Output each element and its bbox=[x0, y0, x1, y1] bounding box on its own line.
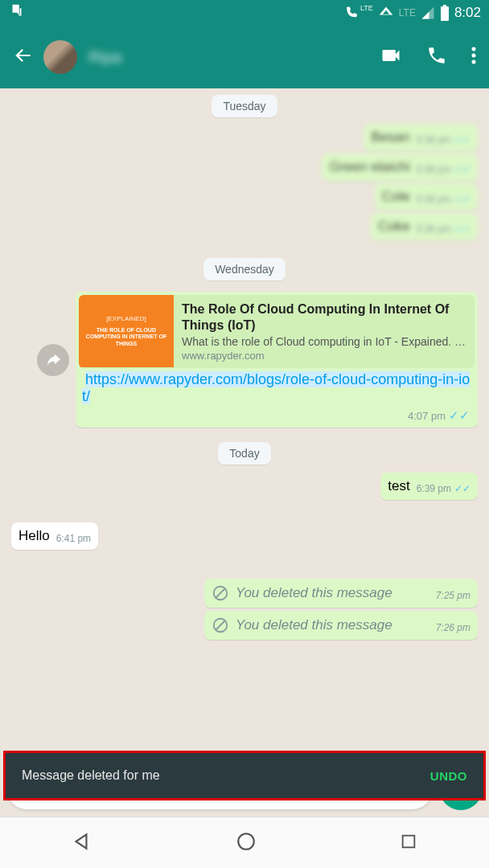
svg-rect-0 bbox=[441, 6, 449, 21]
message-time: 6:41 pm bbox=[56, 533, 91, 544]
notification-icon bbox=[8, 2, 26, 23]
read-ticks-icon: ✓✓ bbox=[454, 134, 471, 145]
deleted-message-text: You deleted this message bbox=[236, 617, 392, 633]
message-time: 4:07 pm bbox=[408, 410, 446, 422]
link-description: What is the role of Cloud computing in I… bbox=[182, 335, 466, 348]
nav-back-button[interactable] bbox=[72, 831, 92, 855]
read-ticks-icon: ✓✓ bbox=[454, 223, 471, 235]
lte-label-2: LTE bbox=[399, 7, 416, 18]
link-title: The Role Of Cloud Computing In Internet … bbox=[182, 301, 466, 334]
message-time: 5:36 pm bbox=[417, 134, 451, 145]
snackbar: Message deleted for me UNDO bbox=[3, 751, 486, 800]
message-text: test bbox=[388, 478, 409, 493]
svg-point-4 bbox=[472, 60, 476, 64]
battery-icon bbox=[440, 5, 450, 21]
app-bar: Ripa bbox=[0, 26, 489, 88]
clock: 8:02 bbox=[454, 5, 481, 21]
contact-name[interactable]: Ripa bbox=[88, 48, 380, 67]
status-bar: LTE LTE 8:02 bbox=[0, 0, 489, 26]
date-chip: Tuesday bbox=[212, 95, 277, 117]
message-time: 5:36 pm bbox=[417, 223, 451, 235]
svg-point-12 bbox=[238, 833, 254, 850]
prohibited-icon bbox=[212, 584, 229, 602]
read-ticks-icon: ✓✓ bbox=[454, 194, 471, 205]
date-chip: Today bbox=[218, 442, 270, 465]
snackbar-message: Message deleted for me bbox=[22, 768, 160, 783]
read-ticks-icon: ✓✓ bbox=[449, 408, 470, 423]
link-url[interactable]: https://www.rapyder.com/blogs/role-of-cl… bbox=[82, 371, 470, 404]
read-ticks-icon: ✓✓ bbox=[454, 164, 471, 175]
message-time: 6:39 pm bbox=[417, 483, 451, 494]
message-text: Besan bbox=[371, 129, 409, 145]
prohibited-icon bbox=[212, 616, 229, 634]
message-text: Coke bbox=[378, 219, 410, 234]
read-ticks-icon: ✓✓ bbox=[454, 483, 471, 494]
date-chip: Wednesday bbox=[203, 258, 286, 280]
nav-recent-button[interactable] bbox=[400, 833, 417, 854]
link-thumbnail: [EXPLAINED] THE ROLE OF CLOUD COMPUTING … bbox=[79, 295, 174, 367]
chat-area[interactable]: Tuesday Besan5:36 pm✓✓ Green elaichi5:36… bbox=[0, 88, 489, 749]
undo-button[interactable]: UNDO bbox=[430, 769, 467, 783]
message-time: 5:36 pm bbox=[417, 164, 451, 175]
deleted-message-text: You deleted this message bbox=[236, 585, 392, 601]
message-text: Green elaichi bbox=[329, 159, 409, 174]
svg-point-3 bbox=[472, 54, 476, 58]
svg-rect-1 bbox=[443, 5, 446, 6]
svg-line-8 bbox=[216, 621, 225, 630]
lte-label-1: LTE bbox=[360, 4, 373, 12]
message-time: 7:25 pm bbox=[436, 590, 471, 601]
svg-point-2 bbox=[472, 47, 476, 51]
link-preview-message[interactable]: [EXPLAINED] THE ROLE OF CLOUD COMPUTING … bbox=[76, 292, 478, 428]
svg-rect-13 bbox=[403, 835, 415, 847]
message-time: 5:36 pm bbox=[417, 194, 451, 205]
volte-icon bbox=[344, 6, 359, 20]
more-menu-button[interactable] bbox=[471, 46, 476, 68]
voice-call-button[interactable] bbox=[426, 45, 447, 69]
wifi-icon bbox=[378, 5, 394, 21]
forward-icon[interactable] bbox=[37, 344, 69, 376]
message-text: Hello bbox=[18, 528, 50, 543]
back-button[interactable] bbox=[13, 45, 34, 69]
message-time: 7:26 pm bbox=[436, 622, 471, 633]
video-call-button[interactable] bbox=[380, 44, 402, 70]
nav-home-button[interactable] bbox=[236, 831, 257, 855]
android-nav-bar bbox=[0, 817, 489, 868]
avatar[interactable] bbox=[43, 40, 77, 74]
svg-line-6 bbox=[216, 589, 225, 598]
signal-icon bbox=[421, 6, 435, 20]
link-host: www.rapyder.com bbox=[182, 350, 466, 362]
message-text: Cole bbox=[382, 189, 410, 204]
